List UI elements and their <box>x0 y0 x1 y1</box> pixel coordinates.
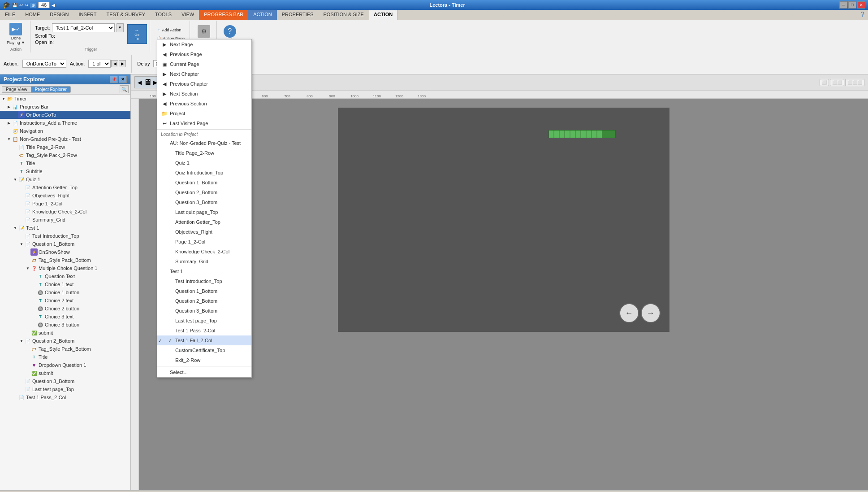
action-number-select[interactable]: 1 of 1 <box>88 60 111 68</box>
tab-position-size[interactable]: POSITION & SIZE <box>319 10 369 20</box>
tree-submit-2[interactable]: ✅ submit <box>0 369 130 377</box>
add-action-btn[interactable]: ＋ Add Action <box>155 26 187 34</box>
dd-test-intro-top[interactable]: Test Introduction_Top <box>157 276 251 286</box>
toggle-test-1[interactable]: ▼ <box>13 226 18 230</box>
tree-timer[interactable]: ▼ 📂 Timer <box>0 95 130 103</box>
dd-next-chapter[interactable]: ▶ Next Chapter <box>157 69 251 79</box>
action-prev-btn[interactable]: ◀ <box>111 60 118 67</box>
tree-summary-grid[interactable]: 📄 Summary_Grid <box>0 216 130 224</box>
dd-test-q3-bottom[interactable]: Question 3_Bottom <box>157 306 251 316</box>
tree-choice1-text[interactable]: T Choice 1 text <box>0 280 130 288</box>
tab-action-active[interactable]: ACTION <box>369 10 397 20</box>
page-view-btn[interactable]: Page View <box>2 87 31 92</box>
panel-pin-btn[interactable]: 📌 <box>110 76 118 83</box>
next-arrow-btn[interactable]: → <box>641 303 661 323</box>
dd-prev-page[interactable]: ◀ Previous Page <box>157 49 251 59</box>
toggle-instructions[interactable]: ▶ <box>6 121 12 125</box>
minimize-btn[interactable]: ─ <box>839 1 847 9</box>
toggle-timer[interactable]: ▼ <box>1 97 6 101</box>
dd-last-quiz-page-top[interactable]: Last quiz page_Top <box>157 207 251 217</box>
dd-test-q1-bottom[interactable]: Question 1_Bottom <box>157 286 251 296</box>
tree-submit-1[interactable]: ✅ submit <box>0 329 130 337</box>
tree-mc-q1[interactable]: ▼ ❓ Multiple Choice Question 1 <box>0 264 130 272</box>
tree-q3-bottom[interactable]: 📄 Question 3_Bottom <box>0 377 130 385</box>
tree-q1-bottom[interactable]: ▼ 📄 Question 1_Bottom <box>0 240 130 248</box>
page-number[interactable]: 46 <box>38 2 50 8</box>
tab-file[interactable]: FILE <box>0 10 20 20</box>
dd-knowledge-check-2-col[interactable]: Knowledge Check_2-Col <box>157 247 251 257</box>
tree-last-test-page[interactable]: 📄 Last test page_Top <box>0 385 130 393</box>
nav-prev[interactable]: ◀ <box>52 3 55 8</box>
tree-quiz-1[interactable]: ▼ 📝 Quiz 1 <box>0 175 130 183</box>
help-icon[interactable]: ? <box>857 10 868 20</box>
dd-project[interactable]: 📁 Project <box>157 109 251 118</box>
dd-last-test-page-top[interactable]: Last test page_Top <box>157 316 251 326</box>
dd-prev-chapter[interactable]: ◀ Previous Chapter <box>157 79 251 89</box>
toggle-q1-bottom[interactable]: ▼ <box>19 242 24 246</box>
tree-knowledge-check[interactable]: 📄 Knowledge Check_2-Col <box>0 208 130 216</box>
dd-test-1[interactable]: Test 1 <box>157 266 251 276</box>
target-dropdown[interactable]: Test 1 Fail_2-Col <box>52 23 115 32</box>
toggle-mc-q1[interactable]: ▼ <box>25 266 30 270</box>
tab-test-survey[interactable]: TEST & SURVEY <box>102 10 150 20</box>
go-to-btn[interactable]: → Go To <box>127 24 147 44</box>
tree-onshow[interactable]: ⚡ OnShowShow <box>0 248 130 256</box>
dd-q3-bottom[interactable]: Question 3_Bottom <box>157 197 251 207</box>
dd-q2-bottom[interactable]: Question 2_Bottom <box>157 187 251 197</box>
dd-page-1-2-col[interactable]: Page 1_2-Col <box>157 237 251 247</box>
tree-title-page[interactable]: 📄 Title Page_2-Row <box>0 143 130 151</box>
panel-close-btn[interactable]: ✕ <box>119 76 127 83</box>
dd-test1-pass-2-col[interactable]: Test 1 Pass_2-Col <box>157 326 251 335</box>
prev-arrow-btn[interactable]: ← <box>619 303 639 323</box>
dd-select[interactable]: Select... <box>157 367 251 377</box>
tree-q2-bottom[interactable]: ▼ 📄 Question 2_Bottom <box>0 337 130 345</box>
tab-home[interactable]: HOME <box>20 10 45 20</box>
tree-subtitle[interactable]: T Subtitle <box>0 167 130 175</box>
layout-btn-2[interactable]: ⬜⬜ <box>830 79 844 86</box>
tree-tag-style-bottom-2[interactable]: 🏷 Tag_Style Pack_Bottom <box>0 345 130 353</box>
tree-title-2[interactable]: T Title <box>0 353 130 361</box>
tree-choice2-text[interactable]: T Choice 2 text <box>0 296 130 305</box>
nav-prev-canvas[interactable]: ◀ <box>138 79 142 86</box>
target-dropdown-arrow[interactable]: ▼ <box>117 23 124 32</box>
tree-choice3-text[interactable]: T Choice 3 text <box>0 313 130 321</box>
dd-quiz-1[interactable]: Quiz 1 <box>157 158 251 168</box>
dd-next-section[interactable]: ▶ Next Section <box>157 89 251 99</box>
tab-design[interactable]: DESIGN <box>45 10 73 20</box>
layout-btn-3[interactable]: ⬜⬜⬜ <box>845 79 864 86</box>
dd-test-q2-bottom[interactable]: Question 2_Bottom <box>157 296 251 306</box>
tree-non-graded[interactable]: ▼ 📋 Non-Graded Pre-Quiz - Test <box>0 135 130 143</box>
tree-tag-style[interactable]: 🏷 Tag_Style Pack_2-Row <box>0 151 130 159</box>
maximize-btn[interactable]: □ <box>848 1 856 9</box>
dd-current-page[interactable]: ▣ Current Page <box>157 59 251 69</box>
tree-title[interactable]: T Title <box>0 159 130 167</box>
dd-au-non-graded[interactable]: AU: Non-Graded Pre-Quiz - Test <box>157 138 251 148</box>
tree-dropdown-q1[interactable]: ▼ Dropdown Question 1 <box>0 361 130 369</box>
tree-test-intro[interactable]: 📄 Test Introduction_Top <box>0 232 130 240</box>
toggle-non-graded[interactable]: ▼ <box>6 137 12 141</box>
tab-progress-bar[interactable]: PROGRESS BAR <box>199 10 248 20</box>
tree-choice3-btn[interactable]: 🔘 Choice 3 button <box>0 321 130 329</box>
dd-title-page-2-row[interactable]: Title Page_2-Row <box>157 148 251 158</box>
quick-redo[interactable]: ↪ <box>25 3 28 8</box>
dd-q1-bottom[interactable]: Question 1_Bottom <box>157 178 251 187</box>
done-playing-btn[interactable]: ▶✓ Done Playing ▼ <box>4 22 27 46</box>
dd-test1-fail-2-col[interactable]: ✓ Test 1 Fail_2-Col <box>157 335 251 345</box>
toolbar-search-btn[interactable]: 🔍 <box>120 85 129 93</box>
tree-tag-style-bottom[interactable]: 🏷 Tag_Style Pack_Bottom <box>0 256 130 264</box>
tab-action[interactable]: ACTION <box>248 10 277 20</box>
tree-choice2-btn[interactable]: 🔘 Choice 2 button <box>0 305 130 313</box>
tab-properties[interactable]: PROPERTIES <box>277 10 319 20</box>
quick-undo[interactable]: ↩ <box>19 3 23 8</box>
dd-objectives-right[interactable]: Objectives_Right <box>157 227 251 237</box>
tree-choice1-btn[interactable]: 🔘 Choice 1 button <box>0 288 130 296</box>
tree-test1-pass[interactable]: 📄 Test 1 Pass_2-Col <box>0 393 130 401</box>
dd-last-visited[interactable]: ↩ Last Visited Page <box>157 118 251 128</box>
dd-attention-getter-top[interactable]: Attention Getter_Top <box>157 217 251 227</box>
tree-instructions[interactable]: ▶ 📄 Instructions_Add a Theme <box>0 119 130 127</box>
dd-custom-cert-top[interactable]: CustomCertificate_Top <box>157 345 251 355</box>
tree-navigation[interactable]: 🧭 Navigation <box>0 127 130 135</box>
toggle-progress-bar[interactable]: ▶ <box>6 105 12 109</box>
tab-tools[interactable]: TOOLS <box>150 10 177 20</box>
layout-btn-1[interactable]: ⬜ <box>820 79 829 86</box>
